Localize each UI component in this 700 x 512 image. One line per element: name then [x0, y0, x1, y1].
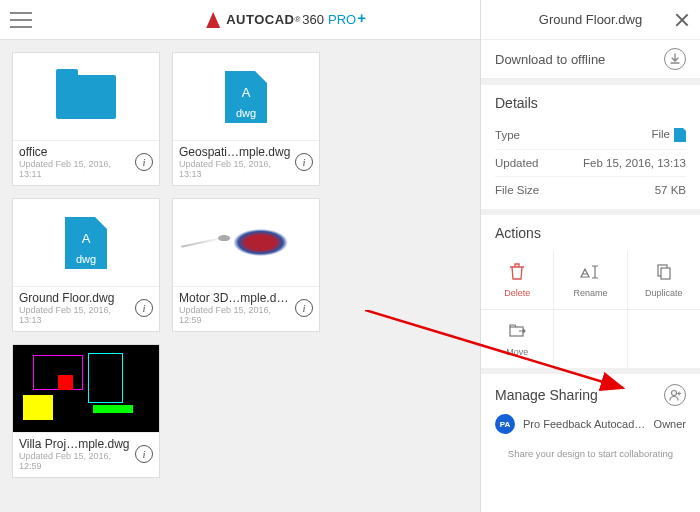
- file-title: office: [19, 145, 131, 159]
- folder-icon: [56, 75, 116, 119]
- file-card[interactable]: Villa Proj…mple.dwgUpdated Feb 15, 2016,…: [12, 344, 160, 478]
- file-date: Updated Feb 15, 2016, 12:59: [179, 305, 291, 325]
- panel-header: Ground Floor.dwg: [481, 0, 700, 40]
- actions-section: Actions DeleteRenameDuplicateMove: [481, 209, 700, 368]
- share-hint: Share your design to start collaborating: [495, 438, 686, 469]
- motor-thumbnail: [173, 199, 319, 286]
- download-offline-button[interactable]: Download to offline: [481, 40, 700, 79]
- detail-row: TypeFile: [495, 121, 686, 149]
- file-date: Updated Feb 15, 2016, 12:59: [19, 451, 131, 471]
- delete-icon: [507, 262, 527, 284]
- menu-icon[interactable]: [10, 12, 32, 28]
- app-brand: AUTOCAD®360 PRO+: [206, 11, 366, 28]
- duplicate-icon: [654, 262, 674, 284]
- detail-row: File Size57 KB: [495, 176, 686, 203]
- move-icon: [507, 321, 527, 343]
- file-title: Geospati…mple.dwg: [179, 145, 291, 159]
- file-date: Updated Feb 15, 2016, 13:13: [19, 305, 131, 325]
- file-card[interactable]: AdwgGeospati…mple.dwgUpdated Feb 15, 201…: [172, 52, 320, 186]
- villa-thumbnail: [13, 345, 159, 432]
- details-section: Details TypeFileUpdatedFeb 15, 2016, 13:…: [481, 79, 700, 209]
- dwg-file-icon: Adwg: [65, 217, 107, 269]
- info-icon[interactable]: i: [135, 299, 153, 317]
- panel-filename: Ground Floor.dwg: [539, 12, 642, 27]
- info-icon[interactable]: i: [295, 153, 313, 171]
- file-date: Updated Feb 15, 2016, 13:11: [19, 159, 131, 179]
- file-card[interactable]: AdwgGround Floor.dwgUpdated Feb 15, 2016…: [12, 198, 160, 332]
- file-card[interactable]: Motor 3D…mple.dwgUpdated Feb 15, 2016, 1…: [172, 198, 320, 332]
- file-title: Villa Proj…mple.dwg: [19, 437, 131, 451]
- collaborator-row[interactable]: PA Pro Feedback Autocad… Owner: [495, 406, 686, 438]
- move-button[interactable]: Move: [481, 310, 553, 368]
- autodesk-logo-icon: [206, 12, 220, 28]
- duplicate-button[interactable]: Duplicate: [628, 251, 700, 309]
- avatar: PA: [495, 414, 515, 434]
- rename-button[interactable]: Rename: [554, 251, 626, 309]
- dwg-file-icon: Adwg: [225, 71, 267, 123]
- delete-button[interactable]: Delete: [481, 251, 553, 309]
- file-title: Ground Floor.dwg: [19, 291, 131, 305]
- details-panel: Ground Floor.dwg Download to offline Det…: [480, 0, 700, 512]
- rename-icon: [580, 262, 600, 284]
- detail-row: UpdatedFeb 15, 2016, 13:13: [495, 149, 686, 176]
- info-icon[interactable]: i: [295, 299, 313, 317]
- file-card[interactable]: officeUpdated Feb 15, 2016, 13:11i: [12, 52, 160, 186]
- add-collaborator-icon[interactable]: [664, 384, 686, 406]
- sharing-section: Manage Sharing PA Pro Feedback Autocad… …: [481, 368, 700, 475]
- file-type-icon: [674, 128, 686, 142]
- svg-point-3: [672, 391, 677, 396]
- svg-rect-1: [661, 268, 670, 279]
- download-icon: [664, 48, 686, 70]
- info-icon[interactable]: i: [135, 445, 153, 463]
- file-date: Updated Feb 15, 2016, 13:13: [179, 159, 291, 179]
- file-grid: officeUpdated Feb 15, 2016, 13:11iAdwgGe…: [0, 40, 480, 512]
- close-icon[interactable]: [674, 12, 690, 28]
- info-icon[interactable]: i: [135, 153, 153, 171]
- file-title: Motor 3D…mple.dwg: [179, 291, 291, 305]
